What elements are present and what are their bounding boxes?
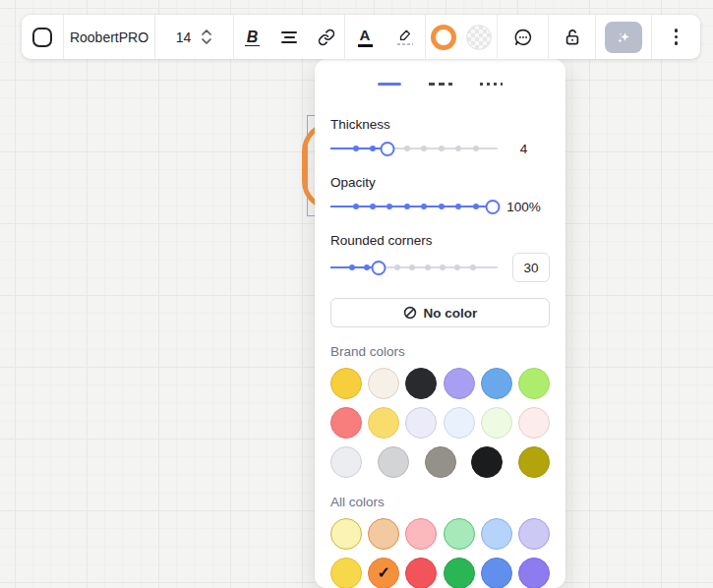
thickness-slider[interactable] xyxy=(330,141,498,156)
slider-stop[interactable] xyxy=(386,204,392,209)
lock-open-icon xyxy=(563,28,582,47)
color-swatch[interactable] xyxy=(330,446,362,478)
color-swatch[interactable] xyxy=(330,558,362,588)
fill-color-button[interactable] xyxy=(461,15,497,59)
color-swatch[interactable] xyxy=(330,407,362,439)
comment-icon xyxy=(513,28,533,47)
slider-stop[interactable] xyxy=(404,146,410,151)
slider-stop[interactable] xyxy=(439,204,445,209)
opacity-slider[interactable] xyxy=(330,199,498,214)
slider-thumb[interactable] xyxy=(485,200,500,214)
color-swatch[interactable] xyxy=(368,368,399,399)
slider-stop[interactable] xyxy=(421,204,427,209)
rounded-corners-label: Rounded corners xyxy=(330,232,550,249)
color-swatch[interactable] xyxy=(481,407,512,439)
slider-stop[interactable] xyxy=(473,204,479,209)
slider-stop[interactable] xyxy=(404,204,410,209)
color-swatch[interactable] xyxy=(444,407,475,439)
slider-stop[interactable] xyxy=(440,265,446,270)
line-style-dotted-button[interactable] xyxy=(480,77,504,90)
slider-stop[interactable] xyxy=(425,265,431,270)
brand-colors-label: Brand colors xyxy=(330,343,550,360)
chevron-down-icon[interactable] xyxy=(201,37,212,45)
color-swatch[interactable] xyxy=(518,368,550,399)
slider-stop[interactable] xyxy=(455,204,461,209)
context-toolbar: RoobertPRO 14 B A xyxy=(22,15,700,59)
slider-stop[interactable] xyxy=(421,146,427,151)
color-swatch[interactable] xyxy=(405,558,437,588)
color-swatch[interactable] xyxy=(481,518,512,550)
line-style-solid-button[interactable] xyxy=(378,77,401,90)
color-swatch[interactable] xyxy=(405,407,437,439)
whiteboard-canvas[interactable]: RoobertPRO 14 B A xyxy=(0,0,713,588)
slider-stop[interactable] xyxy=(370,146,376,151)
color-swatch[interactable] xyxy=(330,518,362,550)
no-color-label: No color xyxy=(424,306,478,321)
swatch-row xyxy=(330,407,550,439)
color-swatch[interactable] xyxy=(481,558,512,588)
font-size-control[interactable]: 14 xyxy=(154,15,233,59)
slider-stop[interactable] xyxy=(353,146,359,151)
slider-stop[interactable] xyxy=(349,265,355,270)
color-swatch[interactable] xyxy=(378,446,409,478)
overflow-menu-button[interactable] xyxy=(651,15,700,59)
color-swatch[interactable] xyxy=(471,446,503,478)
rounded-corners-input[interactable] xyxy=(512,253,550,282)
no-color-button[interactable]: No color xyxy=(330,298,550,327)
slider-stop[interactable] xyxy=(455,146,461,151)
slider-stop[interactable] xyxy=(353,204,359,209)
slider-thumb[interactable] xyxy=(380,142,394,156)
link-icon xyxy=(318,29,335,46)
color-swatch[interactable] xyxy=(444,558,475,588)
vertical-dots-icon xyxy=(675,29,679,45)
slider-stop[interactable] xyxy=(473,146,479,151)
rounded-corners-slider[interactable] xyxy=(330,260,498,275)
bold-icon: B xyxy=(245,29,261,46)
slider-stop[interactable] xyxy=(370,204,376,209)
text-align-button[interactable] xyxy=(270,15,308,59)
color-swatch[interactable] xyxy=(444,518,475,550)
color-swatch[interactable] xyxy=(444,368,475,399)
text-color-icon: A xyxy=(358,28,373,47)
color-swatch[interactable] xyxy=(425,446,456,478)
slider-stop[interactable] xyxy=(470,265,476,270)
slider-stop[interactable] xyxy=(439,146,445,151)
text-color-button[interactable]: A xyxy=(344,15,385,59)
color-swatch[interactable] xyxy=(405,368,437,399)
swatch-row xyxy=(330,518,550,550)
color-swatch[interactable]: ✓ xyxy=(368,558,399,588)
shape-type-button[interactable] xyxy=(22,15,63,59)
bold-button[interactable]: B xyxy=(233,15,270,59)
swatch-row: ✓ xyxy=(330,558,550,588)
font-family-button[interactable]: RoobertPRO xyxy=(63,15,154,59)
comment-button[interactable] xyxy=(497,15,548,59)
slider-stop[interactable] xyxy=(409,265,415,270)
line-style-dashed-button[interactable] xyxy=(429,77,452,90)
color-swatch[interactable] xyxy=(368,518,399,550)
stroke-color-swatch-icon xyxy=(431,25,456,50)
ai-assist-button[interactable] xyxy=(595,15,651,59)
slider-stop[interactable] xyxy=(454,265,460,270)
color-swatch[interactable] xyxy=(518,407,550,439)
link-button[interactable] xyxy=(308,15,344,59)
color-swatch[interactable] xyxy=(405,518,437,550)
color-swatch[interactable] xyxy=(368,407,399,439)
font-size-stepper[interactable] xyxy=(201,29,212,45)
stroke-color-button[interactable] xyxy=(425,15,461,59)
color-swatch[interactable] xyxy=(481,368,512,399)
lock-button[interactable] xyxy=(548,15,595,59)
highlight-color-button[interactable] xyxy=(385,15,425,59)
slider-stop[interactable] xyxy=(394,265,400,270)
slider-thumb[interactable] xyxy=(372,261,386,275)
dashed-line-icon xyxy=(429,83,452,86)
no-color-icon xyxy=(403,306,417,320)
color-swatch[interactable] xyxy=(518,446,550,478)
all-colors-label: All colors xyxy=(330,494,550,510)
font-size-value: 14 xyxy=(176,29,192,45)
color-swatch[interactable] xyxy=(518,558,550,588)
color-swatch[interactable] xyxy=(518,518,550,550)
line-style-row xyxy=(330,77,550,90)
chevron-up-icon[interactable] xyxy=(201,29,212,36)
slider-stop[interactable] xyxy=(364,265,370,270)
color-swatch[interactable] xyxy=(330,368,362,399)
